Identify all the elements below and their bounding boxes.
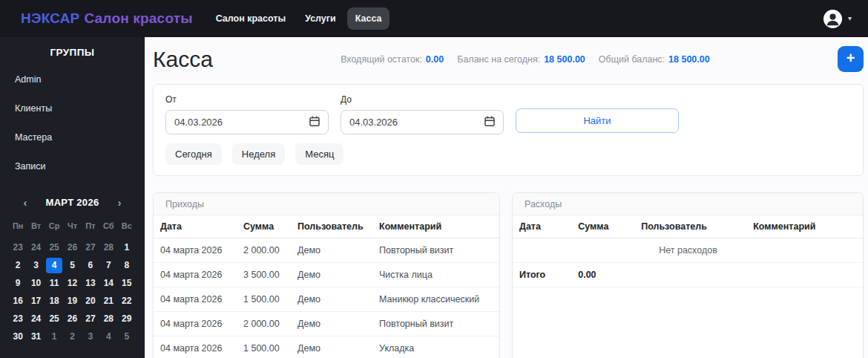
nav-item-salon[interactable]: Салон красоты <box>208 7 294 30</box>
total-balance-label: Общий баланс: <box>599 54 665 65</box>
top-navbar: НЭКСАРСалон красоты Салон красотыУслугиК… <box>0 0 868 37</box>
calendar-day-25[interactable]: 25 <box>45 239 63 256</box>
sidebar-group-items: AdminКлиентыМастераЗаписи <box>0 68 145 178</box>
quick-button-today[interactable]: Сегодня <box>165 143 222 165</box>
calendar-day-11[interactable]: 11 <box>45 275 63 292</box>
calendar-header: ‹ МАРТ 2026 › <box>9 196 136 209</box>
sidebar-item-masters[interactable]: Мастера <box>0 126 145 149</box>
calendar-day-28[interactable]: 28 <box>99 239 117 256</box>
expense-empty-text: Нет расходов <box>513 238 863 263</box>
calendar-day-4[interactable]: 4 <box>99 328 117 345</box>
calendar-weekday: Чт <box>63 221 81 238</box>
calendar-day-21[interactable]: 21 <box>99 293 117 310</box>
calendar-day-25[interactable]: 25 <box>45 310 63 328</box>
total-balance-value: 18 500.00 <box>668 54 710 65</box>
nav-item-cash-register[interactable]: Касса <box>347 7 390 30</box>
calendar-day-5[interactable]: 5 <box>118 328 136 345</box>
app-window: НЭКСАРСалон красоты Салон красотыУслугиК… <box>0 0 868 358</box>
calendar-day-7[interactable]: 7 <box>99 257 117 274</box>
income-table-cell: 1 500.00 <box>237 287 292 312</box>
income-table-row: 04 марта 20262 000.00ДемоПовторный визит <box>154 238 499 263</box>
calendar-day-9[interactable]: 9 <box>9 275 27 292</box>
calendar-day-24[interactable]: 24 <box>27 239 45 256</box>
calendar-day-18[interactable]: 18 <box>45 293 63 310</box>
calendar-day-22[interactable]: 22 <box>118 293 136 310</box>
calendar-day-19[interactable]: 19 <box>63 293 81 310</box>
calendar-day-10[interactable]: 10 <box>27 275 45 292</box>
page-header: Касса Входящий остаток:0.00 Баланс на се… <box>153 46 864 72</box>
chevron-right-icon[interactable]: › <box>114 196 125 209</box>
calendar-day-5[interactable]: 5 <box>63 257 81 274</box>
calendar-day-29[interactable]: 29 <box>118 310 136 328</box>
income-col-header: Сумма <box>237 215 292 238</box>
income-table-cell: 3 500.00 <box>237 263 292 287</box>
income-table-cell: Повторный визит <box>373 238 499 263</box>
user-menu[interactable]: ▾ <box>823 9 852 29</box>
calendar-day-3[interactable]: 3 <box>27 257 45 274</box>
sidebar-item-clients[interactable]: Клиенты <box>0 97 145 120</box>
chevron-left-icon[interactable]: ‹ <box>19 196 31 209</box>
income-table-cell: 04 марта 2026 <box>154 336 237 358</box>
expense-total-row: Итого 0.00 <box>513 263 863 287</box>
caret-down-icon: ▾ <box>848 15 852 22</box>
calendar-day-16[interactable]: 16 <box>9 293 27 310</box>
calendar-day-27[interactable]: 27 <box>82 310 99 328</box>
calendar-day-31[interactable]: 31 <box>27 328 45 345</box>
income-table-row: 04 марта 20261 500.00ДемоМаникюр классич… <box>154 287 499 312</box>
calendar-weekday: Пн <box>9 221 27 238</box>
calendar-weekday: Вт <box>27 221 45 238</box>
today-balance: Баланс на сегодня:18 500.00 <box>457 54 585 65</box>
calendar-day-2[interactable]: 2 <box>9 257 27 274</box>
calendar-day-13[interactable]: 13 <box>82 275 99 292</box>
calendar-icon[interactable] <box>309 116 320 128</box>
sidebar-item-admin[interactable]: Admin <box>0 68 145 91</box>
date-from-input[interactable]: 04.03.2026 <box>165 110 329 134</box>
brand-logo[interactable]: НЭКСАРСалон красоты <box>21 10 193 27</box>
calendar-day-12[interactable]: 12 <box>63 275 81 292</box>
calendar-day-1[interactable]: 1 <box>118 239 136 256</box>
add-transaction-button[interactable]: + <box>838 46 864 72</box>
date-from-label: От <box>165 94 329 105</box>
calendar-day-23[interactable]: 23 <box>9 310 27 328</box>
date-from-field: От 04.03.2026 <box>165 94 329 134</box>
incoming-balance-label: Входящий остаток: <box>341 54 422 65</box>
calendar-day-30[interactable]: 30 <box>9 328 27 345</box>
calendar-day-15[interactable]: 15 <box>118 275 136 292</box>
expense-empty-row: Нет расходов <box>513 238 863 263</box>
nav-links: Салон красотыУслугиКасса <box>208 7 390 30</box>
search-button[interactable]: Найти <box>516 108 679 133</box>
calendar-day-8[interactable]: 8 <box>118 257 136 274</box>
calendar-icon[interactable] <box>484 116 495 128</box>
expense-table: ДатаСуммаПользовательКомментарий Нет рас… <box>513 215 863 287</box>
calendar-day-28[interactable]: 28 <box>99 310 117 328</box>
date-to-input[interactable]: 04.03.2026 <box>341 110 504 134</box>
calendar-day-23[interactable]: 23 <box>9 239 27 256</box>
quick-button-month[interactable]: Месяц <box>295 143 343 165</box>
calendar-grid: ПнВтСрЧтПтСбВс23242526272812345678910111… <box>9 221 136 345</box>
calendar-day-27[interactable]: 27 <box>82 239 99 256</box>
calendar-day-14[interactable]: 14 <box>99 275 117 292</box>
income-table-cell: Укладка <box>373 336 499 358</box>
income-table-row: 04 марта 20263 500.00ДемоЧистка лица <box>154 263 499 287</box>
income-table-cell: Чистка лица <box>373 263 499 287</box>
calendar-day-6[interactable]: 6 <box>82 257 99 274</box>
quick-button-week[interactable]: Неделя <box>232 143 285 165</box>
calendar-day-17[interactable]: 17 <box>27 293 45 310</box>
user-avatar-icon[interactable] <box>823 9 843 29</box>
sidebar-item-records[interactable]: Записи <box>0 154 145 178</box>
calendar-day-20[interactable]: 20 <box>82 293 99 310</box>
tables-row: Приходы ДатаСуммаПользовательКомментарий… <box>153 192 864 358</box>
calendar-day-4-selected[interactable]: 4 <box>45 257 63 274</box>
nav-item-services[interactable]: Услуги <box>297 7 344 30</box>
date-to-label: До <box>341 94 504 105</box>
calendar-day-26[interactable]: 26 <box>63 239 81 256</box>
expense-col-header: Сумма <box>572 215 635 238</box>
calendar-day-3[interactable]: 3 <box>82 328 99 345</box>
income-table-cell: 2 000.00 <box>237 238 292 263</box>
income-table-cell: 04 марта 2026 <box>154 287 237 312</box>
calendar-day-24[interactable]: 24 <box>27 310 45 328</box>
calendar-day-1[interactable]: 1 <box>45 328 63 345</box>
calendar-day-26[interactable]: 26 <box>63 310 81 328</box>
total-balance: Общий баланс:18 500.00 <box>599 54 710 65</box>
calendar-day-2[interactable]: 2 <box>63 328 81 345</box>
